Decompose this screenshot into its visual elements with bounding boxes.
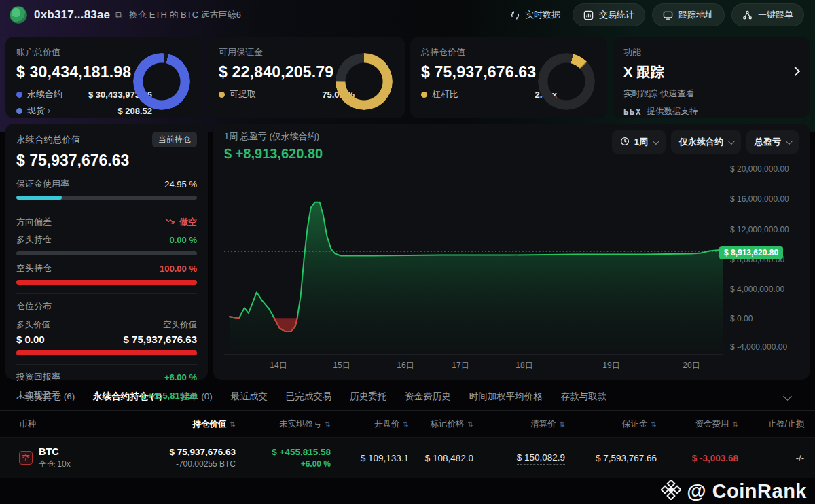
- card-account-value: 账户总价值 $ 30,434,181.98 永续合约 $ 30,433,973.…: [5, 37, 202, 118]
- long-pct: 0.00 %: [170, 235, 197, 245]
- chevron-down-icon: [653, 138, 659, 145]
- live-data-indicator[interactable]: 实时数据: [510, 9, 560, 21]
- long-value: $ 0.00: [16, 334, 45, 345]
- upnl-pct: +6.00 %: [236, 459, 331, 469]
- wallet-avatar: [10, 6, 27, 24]
- chart-title: 1周 总盈亏 (仅永续合约): [224, 130, 323, 143]
- one-click-copy-button[interactable]: 一键跟单: [731, 3, 804, 26]
- account-donut-chart: [133, 53, 190, 110]
- period-dropdown[interactable]: 1周: [612, 130, 666, 154]
- row-withdrawable: 可提取 75.05 %: [219, 88, 355, 101]
- perp-summary-panel: 永续合约总价值 当前持仓 $ 75,937,676.63 保证金使用率 24.9…: [5, 124, 208, 380]
- trend-down-icon: [165, 217, 176, 225]
- topbar: 0xb317...83ae ⧉ 换仓 ETH 的 BTC 远古巨鲸6 实时数据: [0, 0, 815, 30]
- direction-value: 做空: [165, 216, 197, 228]
- tab-funding-history[interactable]: 资金费历史: [405, 391, 451, 403]
- wallet-address: 0xb317...83ae: [34, 8, 110, 22]
- copy-icon[interactable]: ⧉: [115, 10, 122, 21]
- watermark-text: @ CoinRank: [687, 480, 807, 503]
- short-pct: 100.00 %: [160, 264, 197, 274]
- sort-icon: ⇅: [403, 421, 409, 428]
- coin-leverage: 全仓 10x: [39, 458, 71, 470]
- summary-cards: 账户总价值 $ 30,434,181.98 永续合约 $ 30,433,973.…: [5, 37, 810, 118]
- distribution-bar: [16, 350, 197, 355]
- pnl-chart-panel: 1周 总盈亏 (仅永续合约) $ +8,913,620.80 1周: [213, 124, 810, 380]
- tab-deposits-withdrawals[interactable]: 存款与取款: [561, 391, 607, 403]
- x-axis: 14日 15日 16日 17日 18日 19日 20日: [224, 355, 723, 372]
- chevron-right-icon: ›: [48, 106, 50, 115]
- sort-margin[interactable]: 保证金⇅: [565, 418, 657, 430]
- wallet-description: 换仓 ETH 的 BTC 远古巨鲸6: [129, 9, 241, 21]
- coin-name: BTC: [39, 446, 71, 457]
- margin-usage-value: 24.95 %: [164, 179, 197, 190]
- data-provider: ЬЬX 提供数据支持: [623, 106, 799, 118]
- leverage-dot: [421, 92, 427, 98]
- feature-title: X 跟踪: [623, 63, 799, 82]
- sort-liq-price[interactable]: 清算价⇅: [473, 418, 565, 430]
- chevron-down-icon[interactable]: [783, 392, 792, 401]
- chart-total-pnl: $ +8,913,620.80: [224, 146, 323, 162]
- sort-icon: ⇅: [651, 421, 657, 428]
- tab-order-history[interactable]: 历史委托: [350, 391, 386, 403]
- margin-donut-chart: [336, 53, 393, 110]
- perp-total-value: $ 75,937,676.63: [16, 151, 197, 170]
- sort-icon: ⇅: [468, 421, 473, 428]
- metric-dropdown[interactable]: 总盈亏: [746, 130, 799, 154]
- track-address-button[interactable]: 跟踪地址: [652, 3, 725, 26]
- sort-icon: ⇅: [230, 421, 236, 428]
- table-row-btc[interactable]: 空 BTC 全仓 10x $ 75,937,676.63 -700.00255 …: [0, 438, 815, 478]
- spot-dot: [16, 108, 22, 114]
- current-value-tag: $ 8,913,620.80: [719, 246, 783, 259]
- open-price: $ 109,133.1: [361, 453, 409, 463]
- card-position-value: 总持仓价值 $ 75,937,676.63 杠杆比 2.50x: [410, 37, 607, 118]
- bbx-logo: ЬЬX: [623, 107, 641, 117]
- sort-upnl[interactable]: 未实现盈亏⇅: [236, 418, 331, 430]
- scope-dropdown[interactable]: 仅永续合约: [671, 130, 741, 154]
- row-leverage: 杠杆比 2.50x: [421, 88, 557, 101]
- card-feature[interactable]: 功能 X 跟踪 实时跟踪·快速查看 ЬЬX 提供数据支持: [613, 37, 810, 118]
- sort-mark-price[interactable]: 标记价格⇅: [409, 418, 473, 430]
- tp-sl: -/-: [796, 453, 804, 463]
- tab-twap[interactable]: 时间加权平均价格: [469, 391, 543, 403]
- trade-stats-button[interactable]: 交易统计: [573, 3, 645, 26]
- card-available-margin: 可用保证金 $ 22,840,205.79 可提取 75.05 %: [208, 37, 405, 118]
- short-value: $ 75,937,676.63: [124, 334, 197, 345]
- liq-price[interactable]: $ 150,082.9: [517, 452, 565, 465]
- long-bar: [16, 251, 197, 255]
- refresh-icon: [510, 10, 520, 20]
- pnl-chart-svg: [224, 167, 723, 354]
- clock-icon: [620, 137, 630, 148]
- chevron-down-icon: [728, 138, 735, 145]
- perp-dot: [16, 92, 22, 98]
- chevron-down-icon: [786, 138, 793, 145]
- sort-icon: ⇅: [325, 421, 331, 428]
- upnl-value: $ +455,815.58: [141, 391, 198, 401]
- sort-funding[interactable]: 资金费用⇅: [657, 418, 738, 430]
- row-spot[interactable]: 现货 › $ 208.52: [16, 105, 152, 117]
- funding-fee: $ -3,003.68: [692, 453, 738, 463]
- sort-icon: ⇅: [560, 421, 565, 428]
- current-position-badge: 当前持仓: [152, 132, 197, 147]
- withdrawable-dot: [219, 92, 225, 98]
- short-bar: [16, 280, 197, 285]
- monitor-icon: [663, 10, 673, 20]
- margin-usage-bar: [16, 196, 197, 200]
- position-value: $ 75,937,676.63: [136, 447, 236, 457]
- sort-open-price[interactable]: 开盘价⇅: [331, 418, 409, 430]
- panel-title: 永续合约总价值: [16, 134, 81, 146]
- margin-value: $ 7,593,767.66: [596, 453, 657, 463]
- coinrank-logo-icon: [661, 480, 681, 503]
- positions-table-header: 币种 持仓价值⇅ 未实现盈亏⇅ 开盘价⇅ 标记价格⇅ 清算价⇅ 保证金⇅ 资金费…: [0, 411, 815, 438]
- coinrank-watermark: @ CoinRank: [661, 480, 807, 503]
- pnl-area-chart[interactable]: 14日 15日 16日 17日 18日 19日 20日: [224, 167, 723, 355]
- y-axis: $ 20,000,000.00 $ 16,000,000.00 $ 12,000…: [723, 167, 799, 355]
- leverage-donut-chart: [538, 53, 595, 110]
- short-badge: 空: [19, 451, 33, 465]
- tab-completed-trades[interactable]: 已完成交易: [286, 391, 332, 403]
- mark-price: $ 108,482.0: [425, 453, 473, 463]
- tab-recent-trades[interactable]: 最近成交: [231, 391, 268, 403]
- upnl: $ +455,815.58: [236, 447, 331, 457]
- sort-position-value[interactable]: 持仓价值⇅: [136, 418, 236, 430]
- roi-value: +6.00 %: [164, 372, 197, 382]
- whale-tracking-dashboard: 0xb317...83ae ⧉ 换仓 ETH 的 BTC 远古巨鲸6 实时数据: [0, 0, 815, 504]
